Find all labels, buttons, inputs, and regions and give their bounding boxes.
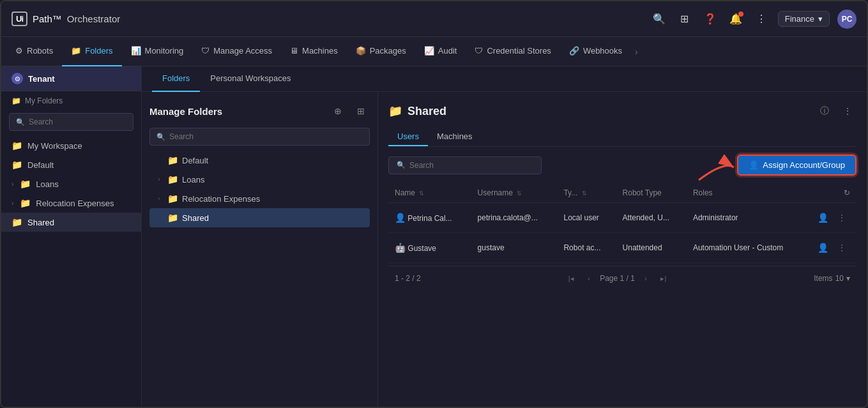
apps-icon[interactable]: ⊞	[676, 10, 694, 28]
search-icon[interactable]: 🔍	[650, 10, 668, 28]
col-refresh[interactable]: ↻	[800, 183, 857, 203]
row-user-btn-1[interactable]: 👤	[815, 209, 832, 226]
nav-label-audit: Audit	[438, 46, 457, 56]
expand-btn-relocation[interactable]: ›	[155, 194, 164, 203]
topbar-left: Ui Path™ Orchestrator	[11, 11, 120, 26]
detail-tab-machines[interactable]: Machines	[428, 128, 482, 146]
nav-item-webhooks[interactable]: 🔗 Webhooks	[560, 37, 631, 66]
cell-username-1: petrina.calota@...	[471, 203, 558, 233]
main-layout: ⊙ Tenant 📁 My Folders 🔍 📁 My Workspace 📁…	[1, 66, 867, 408]
nav-label-monitoring: Monitoring	[145, 46, 184, 56]
users-table: Name ⇅ Username ⇅ Ty... ⇅	[388, 183, 857, 263]
next-page-btn[interactable]: ›	[639, 271, 653, 285]
col-username[interactable]: Username ⇅	[471, 183, 558, 203]
first-page-btn[interactable]: |◂	[564, 271, 578, 285]
robot-icon-2: 🤖	[395, 243, 406, 253]
detail-tab-users[interactable]: Users	[388, 128, 428, 146]
items-dropdown-icon[interactable]: ▾	[846, 274, 850, 283]
row-more-btn-2[interactable]: ⋮	[834, 239, 850, 256]
row-more-btn-1[interactable]: ⋮	[834, 209, 850, 226]
tree-item-loans[interactable]: › 📁 Loans	[149, 170, 370, 189]
col-type[interactable]: Ty... ⇅	[557, 183, 616, 203]
folder-icon-default: 📁	[11, 160, 22, 170]
nav-item-folders[interactable]: 📁 Folders	[62, 37, 121, 66]
table-footer: 1 - 2 / 2 |◂ ‹ Page 1 / 1 › ▸| Items 10 …	[388, 266, 857, 291]
nav-item-credential-stores[interactable]: 🛡 Credential Stores	[466, 37, 560, 66]
assign-account-group-btn[interactable]: 👤 Assign Account/Group	[737, 155, 857, 176]
notifications-icon[interactable]: 🔔	[727, 10, 745, 28]
add-folder-btn[interactable]: ⊕	[329, 102, 347, 120]
nav-label-credential-stores: Credential Stores	[487, 46, 551, 56]
nav-arrow-right[interactable]: ›	[631, 47, 642, 57]
logo-product: Orchestrator	[67, 13, 120, 24]
folder-icon-label: 📁	[11, 96, 21, 105]
row-user-btn-2[interactable]: 👤	[815, 239, 832, 256]
assign-icon: 👤	[749, 160, 759, 170]
content-area: Folders Personal Workspaces Manage Folde…	[142, 66, 867, 408]
red-arrow-annotation	[686, 148, 737, 186]
page-info: Page 1 / 1	[600, 274, 635, 283]
tab-folders[interactable]: Folders	[152, 66, 200, 92]
folder-icon-tree-shared: 📁	[167, 213, 178, 223]
tenant-label: Finance	[785, 14, 814, 24]
detail-more-btn[interactable]: ⋮	[839, 102, 857, 120]
manage-access-icon: 🛡	[201, 46, 209, 56]
move-folder-btn[interactable]: ⊞	[352, 102, 370, 120]
sidebar-search-input[interactable]	[29, 117, 126, 126]
expand-btn-default	[155, 156, 164, 165]
folder-icon-tree-relocation: 📁	[167, 193, 178, 204]
nav-item-robots[interactable]: ⚙ Robots	[6, 37, 62, 66]
logo-box: Ui	[11, 11, 27, 26]
nav-label-machines: Machines	[302, 46, 338, 56]
machines-icon: 🖥	[290, 46, 298, 56]
folder-icon-workspace: 📁	[11, 140, 22, 151]
detail-info-btn[interactable]: ⓘ	[816, 102, 834, 120]
detail-title-text: Shared	[407, 105, 446, 118]
folders-panel: Manage Folders ⊕ ⊞ 🔍 📁 Default	[142, 92, 378, 408]
nav-item-audit[interactable]: 📈 Audit	[415, 37, 466, 66]
expand-btn-loans[interactable]: ›	[155, 175, 164, 184]
avatar[interactable]: PC	[837, 10, 857, 29]
detail-toolbar: 🔍	[388, 155, 857, 176]
help-icon[interactable]: ❓	[701, 10, 719, 28]
detail-header: 📁 Shared ⓘ ⋮	[388, 102, 857, 120]
nav-item-monitoring[interactable]: 📊 Monitoring	[122, 37, 193, 66]
nav-item-machines[interactable]: 🖥 Machines	[281, 37, 347, 66]
col-name[interactable]: Name ⇅	[388, 183, 471, 203]
nav-label-packages: Packages	[370, 46, 406, 56]
nav-label-manage-access: Manage Access	[213, 46, 272, 56]
tree-item-relocation[interactable]: › 📁 Relocation Expenses	[149, 189, 370, 208]
sidebar-tenant[interactable]: ⊙ Tenant	[1, 66, 141, 91]
folders-panel-header: Manage Folders ⊕ ⊞	[149, 102, 370, 120]
tab-machines-label: Machines	[437, 132, 473, 141]
tree-label-default: Default	[182, 156, 208, 165]
detail-search-input[interactable]	[409, 161, 533, 170]
folders-search-input[interactable]	[169, 132, 363, 141]
detail-search-container: 🔍	[388, 156, 542, 174]
tenant-selector[interactable]: Finance ▾	[778, 11, 830, 27]
sidebar-item-default[interactable]: 📁 Default	[1, 155, 141, 174]
logo-path: Path™	[33, 13, 62, 24]
sort-icon-username: ⇅	[517, 190, 522, 197]
sidebar-item-relocation[interactable]: › 📁 Relocation Expenses	[1, 193, 141, 213]
cell-type-1: Local user	[557, 203, 616, 233]
prev-page-btn[interactable]: ‹	[582, 271, 596, 285]
nav-item-packages[interactable]: 📦 Packages	[347, 37, 415, 66]
tree-label-shared: Shared	[182, 213, 209, 223]
two-panel: Manage Folders ⊕ ⊞ 🔍 📁 Default	[142, 92, 867, 408]
sidebar-item-my-workspace[interactable]: 📁 My Workspace	[1, 136, 141, 155]
sidebar-item-shared[interactable]: 📁 Shared	[1, 213, 141, 232]
nav-item-manage-access[interactable]: 🛡 Manage Access	[192, 37, 281, 66]
nav-label-folders: Folders	[85, 46, 112, 56]
items-per-page: Items 10 ▾	[814, 274, 850, 283]
col-robot-type: Robot Type	[616, 183, 687, 203]
tree-item-shared[interactable]: 📁 Shared	[149, 208, 370, 227]
refresh-icon[interactable]: ↻	[844, 188, 850, 197]
last-page-btn[interactable]: ▸|	[657, 271, 671, 285]
sidebar-item-loans[interactable]: › 📁 Loans	[1, 174, 141, 193]
sidebar-tenant-label: Tenant	[28, 74, 55, 84]
tab-personal-workspaces[interactable]: Personal Workspaces	[200, 66, 301, 92]
tree-item-default[interactable]: 📁 Default	[149, 151, 370, 170]
folders-panel-title: Manage Folders	[149, 106, 222, 117]
more-icon[interactable]: ⋮	[752, 10, 770, 28]
